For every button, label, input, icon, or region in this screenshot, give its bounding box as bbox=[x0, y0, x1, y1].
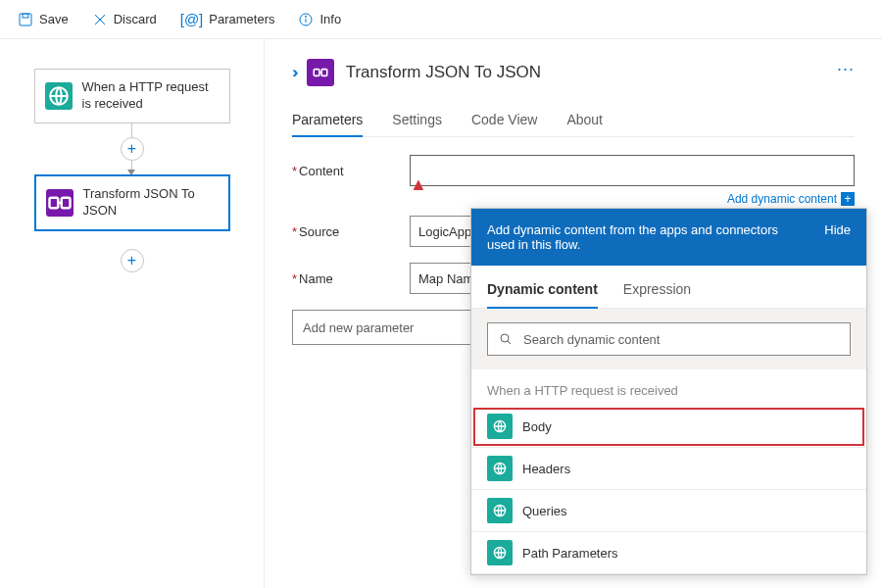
detail-tabs: Parameters Settings Code View About bbox=[292, 104, 855, 137]
http-trigger-icon bbox=[45, 82, 73, 110]
search-icon bbox=[498, 331, 514, 347]
svg-rect-0 bbox=[20, 14, 31, 25]
trigger-node[interactable]: When a HTTP request is received bbox=[34, 69, 230, 123]
svg-point-6 bbox=[306, 16, 307, 17]
source-label: *Source bbox=[292, 224, 410, 239]
transform-icon bbox=[46, 189, 74, 217]
http-icon bbox=[487, 414, 513, 439]
discard-button[interactable]: Discard bbox=[82, 8, 167, 31]
action-label: Transform JSON To JSON bbox=[83, 186, 219, 220]
svg-rect-8 bbox=[49, 197, 58, 208]
dc-item-queries[interactable]: Queries bbox=[471, 490, 866, 532]
plus-icon[interactable]: + bbox=[841, 192, 855, 206]
discard-label: Discard bbox=[114, 12, 157, 26]
dc-item-path-parameters[interactable]: Path Parameters bbox=[471, 532, 866, 574]
dc-item-label: Body bbox=[522, 419, 552, 434]
svg-rect-10 bbox=[314, 70, 319, 76]
http-icon bbox=[487, 498, 513, 523]
dc-item-label: Queries bbox=[522, 504, 567, 518]
info-icon bbox=[298, 12, 314, 27]
collapse-chevron-icon[interactable]: ›› bbox=[292, 64, 295, 81]
content-input[interactable] bbox=[410, 155, 855, 186]
panel-banner: Add dynamic content from the apps and co… bbox=[487, 222, 801, 252]
content-label: *Content bbox=[292, 164, 410, 178]
tab-code-view[interactable]: Code View bbox=[471, 104, 537, 136]
action-menu-button[interactable]: ··· bbox=[837, 59, 855, 79]
detail-title: Transform JSON To JSON bbox=[346, 63, 541, 82]
add-step-button[interactable]: + bbox=[121, 249, 144, 272]
transform-icon bbox=[307, 59, 334, 86]
tab-about[interactable]: About bbox=[566, 104, 603, 136]
svg-point-12 bbox=[501, 334, 509, 342]
discard-icon bbox=[92, 12, 108, 27]
save-button[interactable]: Save bbox=[8, 8, 78, 31]
add-param-label: Add new parameter bbox=[303, 320, 414, 335]
svg-rect-11 bbox=[321, 70, 327, 76]
svg-line-13 bbox=[508, 341, 511, 344]
designer-canvas[interactable]: When a HTTP request is received + Transf… bbox=[0, 39, 265, 588]
parameters-icon: [@] bbox=[180, 11, 204, 27]
dc-item-label: Headers bbox=[522, 462, 570, 476]
tab-settings[interactable]: Settings bbox=[392, 104, 442, 136]
info-label: Info bbox=[319, 12, 341, 26]
search-input[interactable]: Search dynamic content bbox=[487, 322, 851, 356]
save-icon bbox=[18, 12, 33, 27]
add-dynamic-content-link[interactable]: Add dynamic content bbox=[727, 192, 837, 206]
group-header: When a HTTP request is received bbox=[471, 369, 866, 406]
http-icon bbox=[487, 456, 513, 481]
hide-button[interactable]: Hide bbox=[824, 222, 851, 237]
svg-rect-1 bbox=[23, 14, 28, 18]
dc-item-headers[interactable]: Headers bbox=[471, 448, 866, 490]
action-node[interactable]: Transform JSON To JSON bbox=[34, 174, 230, 231]
info-button[interactable]: Info bbox=[288, 8, 351, 31]
tab-expression[interactable]: Expression bbox=[623, 275, 691, 308]
toolbar: Save Discard [@] Parameters Info bbox=[0, 0, 882, 39]
search-placeholder: Search dynamic content bbox=[523, 332, 660, 347]
save-label: Save bbox=[39, 12, 69, 26]
add-step-button[interactable]: + bbox=[121, 137, 144, 161]
parameters-button[interactable]: [@] Parameters bbox=[171, 7, 285, 31]
annotation-arrow-icon: ▲ bbox=[410, 174, 427, 195]
http-icon bbox=[487, 540, 513, 565]
dc-item-body[interactable]: Body bbox=[471, 406, 866, 448]
tab-parameters[interactable]: Parameters bbox=[292, 104, 363, 137]
dynamic-content-panel: Add dynamic content from the apps and co… bbox=[470, 208, 867, 575]
svg-rect-9 bbox=[61, 197, 70, 208]
tab-dynamic-content[interactable]: Dynamic content bbox=[487, 275, 598, 309]
trigger-label: When a HTTP request is received bbox=[82, 79, 220, 113]
name-label: *Name bbox=[292, 271, 410, 286]
dc-item-label: Path Parameters bbox=[522, 546, 618, 561]
parameters-label: Parameters bbox=[209, 12, 274, 26]
add-dynamic-content-row: Add dynamic content+ bbox=[410, 192, 855, 206]
